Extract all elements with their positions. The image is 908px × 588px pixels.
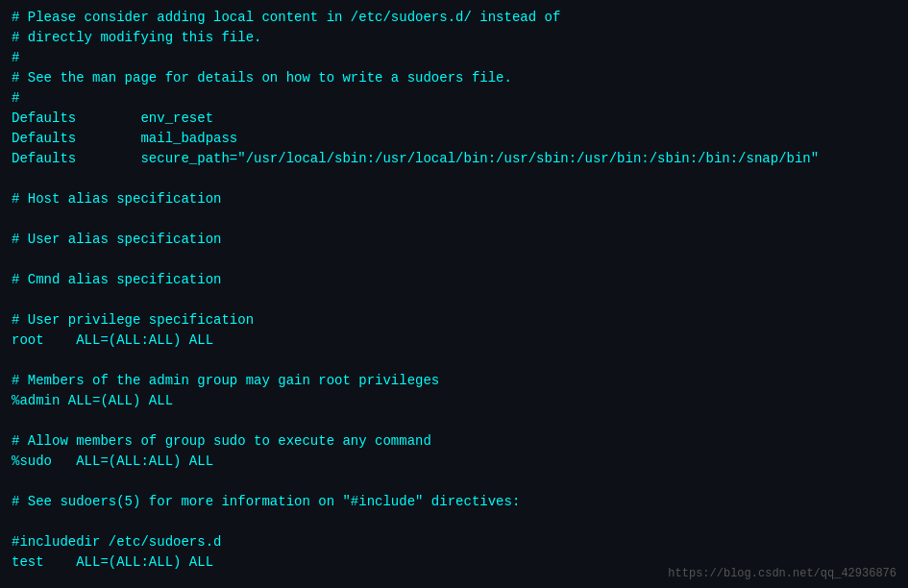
terminal-line: # directly modifying this file. bbox=[12, 28, 896, 48]
terminal-line bbox=[12, 290, 896, 310]
terminal-line bbox=[12, 351, 896, 371]
terminal-line: # bbox=[12, 88, 896, 109]
terminal-line: # User privilege specification bbox=[12, 310, 896, 331]
terminal-line: # See the man page for details on how to… bbox=[12, 68, 896, 88]
terminal-line: # User alias specification bbox=[12, 230, 896, 250]
terminal-line: Defaults env_reset bbox=[12, 109, 896, 129]
terminal-line bbox=[12, 411, 896, 431]
terminal-window: # Please consider adding local content i… bbox=[0, 0, 908, 588]
terminal-line: # Members of the admin group may gain ro… bbox=[12, 371, 896, 391]
terminal-line: #includedir /etc/sudoers.d bbox=[12, 532, 896, 552]
terminal-line: # Cmnd alias specification bbox=[12, 270, 896, 290]
watermark: https://blog.csdn.net/qq_42936876 bbox=[668, 567, 896, 580]
terminal-line: Defaults mail_badpass bbox=[12, 129, 896, 149]
terminal-line bbox=[12, 512, 896, 532]
terminal-line: # See sudoers(5) for more information on… bbox=[12, 492, 896, 512]
terminal-line bbox=[12, 209, 896, 230]
terminal-line: # Host alias specification bbox=[12, 189, 896, 209]
terminal-line: # bbox=[12, 48, 896, 68]
terminal-line bbox=[12, 169, 896, 189]
terminal-line: %sudo ALL=(ALL:ALL) ALL bbox=[12, 452, 896, 472]
terminal-line: %admin ALL=(ALL) ALL bbox=[12, 391, 896, 411]
terminal-line: Defaults secure_path="/usr/local/sbin:/u… bbox=[12, 149, 896, 169]
terminal-line bbox=[12, 472, 896, 492]
terminal-line: # Please consider adding local content i… bbox=[12, 8, 896, 28]
terminal-line bbox=[12, 250, 896, 270]
terminal-line: # Allow members of group sudo to execute… bbox=[12, 431, 896, 452]
terminal-line: root ALL=(ALL:ALL) ALL bbox=[12, 331, 896, 351]
